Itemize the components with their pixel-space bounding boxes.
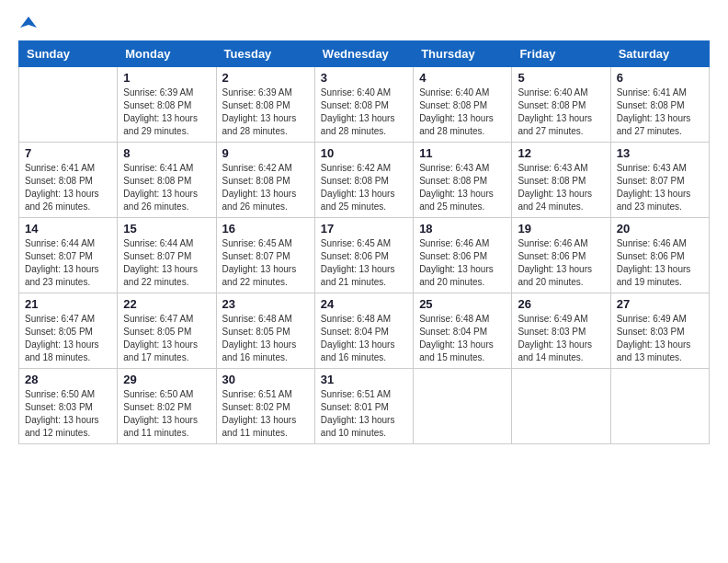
day-info: Sunrise: 6:43 AM Sunset: 8:07 PM Dayligh… <box>617 162 703 213</box>
calendar-cell: 21Sunrise: 6:47 AM Sunset: 8:05 PM Dayli… <box>19 293 118 369</box>
calendar-week-row: 21Sunrise: 6:47 AM Sunset: 8:05 PM Dayli… <box>19 293 710 369</box>
weekday-header: Sunday <box>19 41 118 67</box>
calendar-cell: 4Sunrise: 6:40 AM Sunset: 8:08 PM Daylig… <box>414 67 512 143</box>
day-number: 3 <box>321 71 407 85</box>
day-number: 13 <box>617 146 703 160</box>
calendar-cell: 19Sunrise: 6:46 AM Sunset: 8:06 PM Dayli… <box>512 218 610 293</box>
calendar-table: SundayMondayTuesdayWednesdayThursdayFrid… <box>18 40 710 444</box>
calendar-cell: 26Sunrise: 6:49 AM Sunset: 8:03 PM Dayli… <box>512 293 610 369</box>
day-info: Sunrise: 6:46 AM Sunset: 8:06 PM Dayligh… <box>518 237 604 289</box>
calendar-cell: 13Sunrise: 6:43 AM Sunset: 8:07 PM Dayli… <box>610 143 709 218</box>
calendar-cell: 5Sunrise: 6:40 AM Sunset: 8:08 PM Daylig… <box>512 67 610 143</box>
day-info: Sunrise: 6:51 AM Sunset: 8:01 PM Dayligh… <box>321 388 407 440</box>
day-info: Sunrise: 6:44 AM Sunset: 8:07 PM Dayligh… <box>123 237 210 289</box>
day-number: 27 <box>617 297 703 311</box>
day-info: Sunrise: 6:40 AM Sunset: 8:08 PM Dayligh… <box>321 86 407 138</box>
page-header <box>18 18 710 31</box>
weekday-header: Thursday <box>414 41 512 67</box>
day-info: Sunrise: 6:42 AM Sunset: 8:08 PM Dayligh… <box>321 162 407 213</box>
day-number: 17 <box>321 222 407 236</box>
calendar-cell: 2Sunrise: 6:39 AM Sunset: 8:08 PM Daylig… <box>216 67 314 143</box>
calendar-cell: 27Sunrise: 6:49 AM Sunset: 8:03 PM Dayli… <box>610 293 709 369</box>
day-info: Sunrise: 6:43 AM Sunset: 8:08 PM Dayligh… <box>419 162 506 213</box>
day-number: 19 <box>518 222 604 236</box>
calendar-cell: 12Sunrise: 6:43 AM Sunset: 8:08 PM Dayli… <box>512 143 610 218</box>
day-info: Sunrise: 6:49 AM Sunset: 8:03 PM Dayligh… <box>518 313 604 364</box>
calendar-cell: 28Sunrise: 6:50 AM Sunset: 8:03 PM Dayli… <box>19 369 118 444</box>
day-number: 24 <box>321 297 407 311</box>
day-info: Sunrise: 6:50 AM Sunset: 8:03 PM Dayligh… <box>25 388 111 440</box>
day-number: 14 <box>25 222 111 236</box>
weekday-header: Tuesday <box>216 41 314 67</box>
day-number: 8 <box>123 146 210 160</box>
day-info: Sunrise: 6:39 AM Sunset: 8:08 PM Dayligh… <box>222 86 309 138</box>
day-info: Sunrise: 6:50 AM Sunset: 8:02 PM Dayligh… <box>123 388 210 440</box>
day-info: Sunrise: 6:45 AM Sunset: 8:07 PM Dayligh… <box>222 237 309 289</box>
calendar-cell: 8Sunrise: 6:41 AM Sunset: 8:08 PM Daylig… <box>118 143 216 218</box>
day-info: Sunrise: 6:46 AM Sunset: 8:06 PM Dayligh… <box>419 237 506 289</box>
calendar-cell: 7Sunrise: 6:41 AM Sunset: 8:08 PM Daylig… <box>19 143 118 218</box>
day-number: 2 <box>222 71 309 85</box>
calendar-cell: 18Sunrise: 6:46 AM Sunset: 8:06 PM Dayli… <box>414 218 512 293</box>
day-number: 30 <box>222 373 309 386</box>
day-number: 25 <box>419 297 506 311</box>
calendar-cell: 9Sunrise: 6:42 AM Sunset: 8:08 PM Daylig… <box>216 143 314 218</box>
calendar-week-row: 28Sunrise: 6:50 AM Sunset: 8:03 PM Dayli… <box>19 369 710 444</box>
day-number: 10 <box>321 146 407 160</box>
calendar-cell: 30Sunrise: 6:51 AM Sunset: 8:02 PM Dayli… <box>216 369 314 444</box>
calendar-header-row: SundayMondayTuesdayWednesdayThursdayFrid… <box>19 41 710 67</box>
day-info: Sunrise: 6:41 AM Sunset: 8:08 PM Dayligh… <box>617 86 703 138</box>
day-number: 4 <box>419 71 506 85</box>
day-info: Sunrise: 6:51 AM Sunset: 8:02 PM Dayligh… <box>222 388 309 440</box>
day-number: 6 <box>617 71 703 85</box>
day-info: Sunrise: 6:45 AM Sunset: 8:06 PM Dayligh… <box>321 237 407 289</box>
weekday-header: Saturday <box>610 41 709 67</box>
weekday-header: Friday <box>512 41 610 67</box>
calendar-cell: 31Sunrise: 6:51 AM Sunset: 8:01 PM Dayli… <box>314 369 413 444</box>
calendar-cell: 10Sunrise: 6:42 AM Sunset: 8:08 PM Dayli… <box>314 143 413 218</box>
day-info: Sunrise: 6:49 AM Sunset: 8:03 PM Dayligh… <box>617 313 703 364</box>
day-number: 7 <box>25 146 111 160</box>
day-info: Sunrise: 6:43 AM Sunset: 8:08 PM Dayligh… <box>518 162 604 213</box>
day-info: Sunrise: 6:40 AM Sunset: 8:08 PM Dayligh… <box>419 86 506 138</box>
day-number: 12 <box>518 146 604 160</box>
day-number: 23 <box>222 297 309 311</box>
day-number: 29 <box>123 373 210 386</box>
day-info: Sunrise: 6:44 AM Sunset: 8:07 PM Dayligh… <box>25 237 111 289</box>
calendar-cell: 24Sunrise: 6:48 AM Sunset: 8:04 PM Dayli… <box>314 293 413 369</box>
day-info: Sunrise: 6:46 AM Sunset: 8:06 PM Dayligh… <box>617 237 703 289</box>
day-number: 16 <box>222 222 309 236</box>
day-info: Sunrise: 6:47 AM Sunset: 8:05 PM Dayligh… <box>25 313 111 364</box>
day-number: 20 <box>617 222 703 236</box>
day-number: 22 <box>123 297 210 311</box>
day-number: 28 <box>25 373 111 386</box>
day-number: 21 <box>25 297 111 311</box>
day-info: Sunrise: 6:40 AM Sunset: 8:08 PM Dayligh… <box>518 86 604 138</box>
day-number: 31 <box>321 373 407 386</box>
calendar-week-row: 7Sunrise: 6:41 AM Sunset: 8:08 PM Daylig… <box>19 143 710 218</box>
calendar-cell: 16Sunrise: 6:45 AM Sunset: 8:07 PM Dayli… <box>216 218 314 293</box>
calendar-week-row: 1Sunrise: 6:39 AM Sunset: 8:08 PM Daylig… <box>19 67 710 143</box>
logo-bird-icon <box>20 15 37 31</box>
day-info: Sunrise: 6:41 AM Sunset: 8:08 PM Dayligh… <box>123 162 210 213</box>
day-number: 5 <box>518 71 604 85</box>
day-number: 1 <box>123 71 210 85</box>
day-number: 9 <box>222 146 309 160</box>
calendar-cell <box>610 369 709 444</box>
day-number: 11 <box>419 146 506 160</box>
calendar-cell <box>414 369 512 444</box>
day-info: Sunrise: 6:42 AM Sunset: 8:08 PM Dayligh… <box>222 162 309 213</box>
calendar-cell <box>512 369 610 444</box>
day-number: 18 <box>419 222 506 236</box>
calendar-cell: 11Sunrise: 6:43 AM Sunset: 8:08 PM Dayli… <box>414 143 512 218</box>
calendar-cell: 6Sunrise: 6:41 AM Sunset: 8:08 PM Daylig… <box>610 67 709 143</box>
day-number: 15 <box>123 222 210 236</box>
calendar-cell: 15Sunrise: 6:44 AM Sunset: 8:07 PM Dayli… <box>118 218 216 293</box>
weekday-header: Wednesday <box>314 41 413 67</box>
calendar-cell: 25Sunrise: 6:48 AM Sunset: 8:04 PM Dayli… <box>414 293 512 369</box>
calendar-cell: 20Sunrise: 6:46 AM Sunset: 8:06 PM Dayli… <box>610 218 709 293</box>
calendar-cell: 3Sunrise: 6:40 AM Sunset: 8:08 PM Daylig… <box>314 67 413 143</box>
day-info: Sunrise: 6:41 AM Sunset: 8:08 PM Dayligh… <box>25 162 111 213</box>
weekday-header: Monday <box>118 41 216 67</box>
day-info: Sunrise: 6:39 AM Sunset: 8:08 PM Dayligh… <box>123 86 210 138</box>
